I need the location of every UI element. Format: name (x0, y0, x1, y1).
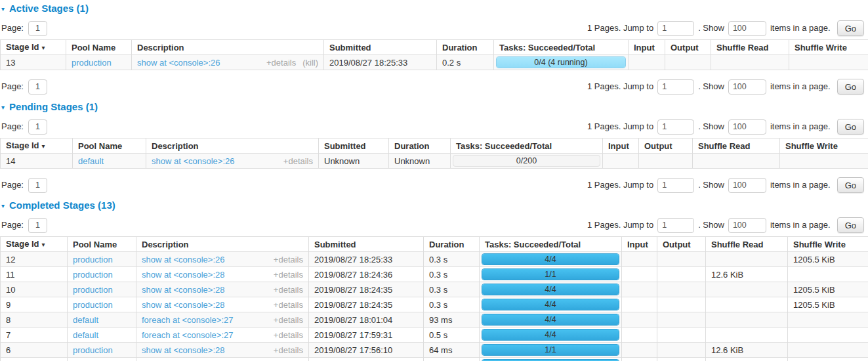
page-number-input[interactable] (28, 218, 47, 233)
jump-to-input[interactable] (657, 218, 694, 233)
pool-name-link[interactable]: default (73, 315, 98, 325)
stage-description-link[interactable]: show at <console>:26 (152, 157, 234, 165)
column-header-input[interactable]: Input (629, 40, 665, 55)
column-header-tasks[interactable]: Tasks: Succeeded/Total (451, 138, 603, 154)
column-header-duration[interactable]: Duration (389, 138, 451, 154)
show-count-input[interactable] (728, 178, 766, 193)
show-label: . Show (698, 180, 724, 190)
pool-name-link[interactable]: default (78, 156, 104, 166)
cell-description: show at <console>:28+details (136, 343, 309, 358)
cell-duration: Unknown (389, 154, 451, 169)
pagination-controls: 1 Pages. Jump to. Showitems in a page.Go (587, 177, 864, 193)
column-header-shuffle_write[interactable]: Shuffle Write (789, 40, 868, 55)
column-header-pool[interactable]: Pool Name (73, 138, 146, 154)
column-header-shuffle_write[interactable]: Shuffle Write (788, 237, 868, 252)
cell-duration: 0.3 s (424, 282, 480, 297)
details-toggle[interactable]: +details (274, 331, 303, 339)
task-progress-bar: 4/4 (482, 299, 619, 310)
column-header-input[interactable]: Input (603, 138, 639, 154)
stage-description-link[interactable]: show at <console>:28 (142, 346, 224, 354)
pool-name-link[interactable]: production (73, 285, 113, 295)
stage-description-link[interactable]: show at <console>:26 (137, 58, 220, 67)
column-header-submitted[interactable]: Submitted (309, 237, 424, 252)
show-count-input[interactable] (728, 21, 766, 36)
column-header-stage_id[interactable]: Stage Id▾ (1, 40, 66, 55)
cell-shuffle_read (711, 55, 789, 70)
column-header-shuffle_read[interactable]: Shuffle Read (693, 138, 780, 154)
jump-to-input[interactable] (657, 178, 694, 193)
column-header-description[interactable]: Description (146, 138, 319, 154)
page-number-input[interactable] (28, 79, 47, 95)
column-header-tasks[interactable]: Tasks: Succeeded/Total (494, 40, 629, 55)
pool-name-link[interactable]: default (73, 330, 98, 340)
column-header-shuffle_read[interactable]: Shuffle Read (711, 40, 789, 55)
show-count-input[interactable] (728, 119, 766, 135)
go-button[interactable]: Go (837, 119, 864, 135)
column-header-duration[interactable]: Duration (437, 40, 494, 55)
stage-description-link[interactable]: foreach at <console>:27 (142, 316, 234, 324)
go-button[interactable]: Go (837, 177, 864, 193)
cell-submitted: 2019/08/27 17:59:31 (309, 328, 424, 343)
column-header-description[interactable]: Description (136, 237, 309, 252)
task-progress-bar: 4/4 (482, 253, 619, 265)
pool-name-link[interactable]: production (73, 300, 113, 310)
show-count-input[interactable] (728, 218, 766, 233)
stage-description-link[interactable]: show at <console>:28 (142, 286, 224, 294)
details-toggle[interactable]: +details (274, 255, 303, 264)
stage-description-link[interactable]: show at <console>:28 (142, 270, 224, 279)
cell-pool: production (68, 358, 136, 361)
page-number-input[interactable] (28, 178, 47, 193)
stage-paginator: Page:1 Pages. Jump to. Showitems in a pa… (1, 217, 864, 233)
pool-name-link[interactable]: production (73, 255, 113, 265)
column-header-input[interactable]: Input (622, 237, 657, 252)
column-header-label: Input (627, 240, 648, 249)
details-toggle[interactable]: +details (274, 286, 303, 294)
task-progress-bar: 1/1 (482, 344, 619, 356)
column-header-shuffle_write[interactable]: Shuffle Write (780, 138, 868, 154)
details-toggle[interactable]: +details (266, 58, 296, 67)
column-header-submitted[interactable]: Submitted (319, 138, 389, 154)
column-header-output[interactable]: Output (657, 237, 706, 252)
column-header-submitted[interactable]: Submitted (324, 40, 437, 55)
cell-shuffle_write (789, 55, 868, 70)
details-toggle[interactable]: +details (274, 316, 303, 324)
go-button[interactable]: Go (837, 79, 864, 95)
details-toggle[interactable]: +details (283, 157, 313, 165)
stage-description-link[interactable]: show at <console>:28 (142, 301, 224, 309)
go-button[interactable]: Go (837, 217, 864, 233)
go-button[interactable]: Go (837, 20, 864, 36)
column-header-output[interactable]: Output (665, 40, 711, 55)
section-heading-active[interactable]: ▾Active Stages (1) (1, 3, 89, 14)
show-count-input[interactable] (728, 79, 766, 95)
kill-link[interactable]: (kill) (302, 58, 318, 67)
details-toggle[interactable]: +details (274, 270, 303, 279)
page-number-input[interactable] (28, 21, 47, 36)
column-header-pool[interactable]: Pool Name (68, 237, 136, 252)
column-header-pool[interactable]: Pool Name (66, 40, 132, 55)
column-header-description[interactable]: Description (132, 40, 324, 55)
section-heading-completed[interactable]: ▾Completed Stages (13) (1, 200, 115, 211)
section-heading-pending[interactable]: ▾Pending Stages (1) (1, 101, 98, 113)
column-header-label: Stage Id (6, 140, 39, 150)
column-header-stage_id[interactable]: Stage Id▾ (1, 237, 68, 252)
jump-to-input[interactable] (657, 21, 694, 36)
pool-name-link[interactable]: production (73, 270, 113, 280)
details-toggle[interactable]: +details (274, 301, 303, 309)
column-header-output[interactable]: Output (639, 138, 693, 154)
cell-shuffle_read (706, 252, 788, 267)
page-number-input[interactable] (28, 119, 47, 135)
stage-description-link[interactable]: show at <console>:26 (142, 255, 224, 264)
column-header-tasks[interactable]: Tasks: Succeeded/Total (480, 237, 622, 252)
stage-description-link[interactable]: foreach at <console>:27 (142, 331, 234, 339)
table-header-row: Stage Id▾Pool NameDescriptionSubmittedDu… (1, 237, 868, 252)
pool-name-link[interactable]: production (73, 345, 113, 355)
pool-name-link[interactable]: production (72, 58, 112, 68)
jump-to-input[interactable] (657, 119, 694, 135)
column-header-stage_id[interactable]: Stage Id▾ (1, 138, 73, 154)
details-toggle[interactable]: +details (274, 346, 303, 354)
cell-shuffle_read (706, 312, 788, 328)
jump-to-input[interactable] (657, 79, 694, 95)
column-header-shuffle_read[interactable]: Shuffle Read (706, 237, 788, 252)
cell-submitted: 2019/08/27 17:56:10 (309, 358, 424, 361)
column-header-duration[interactable]: Duration (424, 237, 480, 252)
